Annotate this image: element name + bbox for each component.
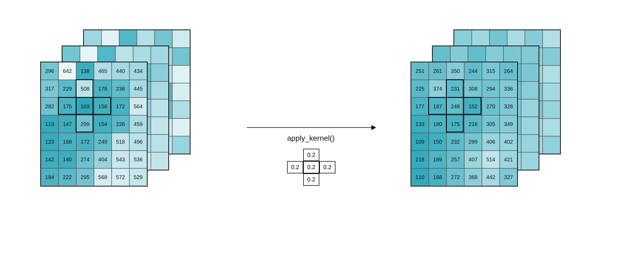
grid-cell: 328 [500,98,517,115]
grid-cell: 274 [76,151,94,168]
grid-cell: 421 [500,151,517,168]
grid-cell: 189 [429,151,447,168]
apply-arrow [247,127,376,128]
grid-cell [521,135,539,152]
grid-cell [151,117,169,135]
grid-cell: 109 [411,133,429,151]
grid-cell: 168 [429,168,447,186]
grid-cell: 222 [58,168,76,186]
grid-cell [472,30,489,48]
grid-cell [454,30,472,48]
right-stack: 2512613502443152642253742313082943361771… [411,29,572,204]
grid-cell: 152 [464,98,482,115]
grid-cell: 118 [411,151,429,168]
grid-cell: 133 [411,115,429,133]
grid-cell: 518 [112,133,129,151]
grid-cell [450,46,468,64]
grid-cell: 568 [94,168,112,186]
grid-cell [525,30,543,48]
grid-cell [151,99,169,117]
grid-cell: 110 [411,168,429,186]
diagram-stage: 2966421384654404343172295081782364452821… [0,0,644,268]
grid-cell [543,101,560,118]
grid-cell: 350 [447,62,464,80]
grid-cell [543,83,560,101]
grid-cell: 229 [58,80,76,98]
grid-cell: 459 [129,115,147,133]
grid-cell [468,46,486,64]
grid-cell: 272 [447,168,464,186]
grid-cell: 251 [411,62,429,80]
grid-cell: 264 [500,62,517,80]
grid-cell: 113 [41,115,58,133]
grid-cell [151,81,169,99]
grid-cell [98,46,115,64]
grid-cell [80,46,98,64]
grid-cell: 172 [112,98,129,115]
grid-cell: 140 [58,151,76,168]
grid-cell [151,152,169,170]
grid-cell: 496 [129,133,147,151]
grid-cell [151,135,169,152]
grid-cell: 327 [500,168,517,186]
grid-cell [172,136,190,154]
grid-cell: 317 [41,80,58,98]
grid-cell: 180 [429,115,447,133]
grid-cell [172,118,190,136]
grid-cell [172,101,190,118]
grid-cell: 249 [94,133,112,151]
grid-cell: 177 [411,98,429,115]
kernel-right: 0.2 [319,161,335,173]
grid-cell: 564 [129,98,147,115]
grid-cell: 147 [58,115,76,133]
grid-cell: 232 [447,133,464,151]
grid-cell: 336 [500,80,517,98]
grid-cell [151,64,169,81]
grid-cell: 315 [482,62,500,80]
grid-cell: 465 [94,62,112,80]
grid-cell [521,99,539,117]
grid-cell [155,30,172,48]
grid-cell: 349 [500,115,517,133]
grid-cell [543,48,560,65]
grid-cell [486,46,503,64]
grid-cell [172,65,190,83]
grid-cell [151,46,169,64]
grid-cell [62,46,80,64]
grid-cell: 642 [58,62,76,80]
kernel-down: 0.2 [303,173,319,186]
grid-cell: 294 [482,80,500,98]
grid-cell: 154 [94,115,112,133]
left-stack: 2966421384654404343172295081782364452821… [40,29,201,204]
grid-cell: 374 [429,80,447,98]
grid-cell [172,30,190,48]
grid-cell: 445 [129,80,147,98]
grid-cell: 103 [76,98,94,115]
grid-cell: 156 [94,98,112,115]
grid-cell [521,117,539,135]
grid-cell [172,48,190,65]
kernel-plus: 0.2 0.2 0.2 0.2 0.2 [287,149,335,189]
grid-cell [543,136,560,154]
grid-cell: 226 [112,115,129,133]
grid-cell: 175 [58,98,76,115]
grid-cell [115,46,133,64]
grid-cell [521,64,539,81]
grid-cell: 231 [447,80,464,98]
grid-cell: 434 [129,62,147,80]
grid-cell: 257 [447,151,464,168]
right-grid-front: 2512613502443152642253742313082943361771… [411,62,518,187]
grid-cell: 168 [58,133,76,151]
grid-cell [84,30,101,48]
grid-cell: 543 [112,151,129,168]
grid-cell: 305 [482,115,500,133]
grid-cell [521,46,539,64]
grid-cell: 236 [112,80,129,98]
grid-cell: 172 [76,133,94,151]
grid-cell: 138 [76,62,94,80]
kernel-up: 0.2 [303,149,319,161]
operation-label: apply_kernel() [287,134,335,143]
grid-cell: 150 [429,133,447,151]
grid-cell: 142 [41,151,58,168]
grid-cell: 175 [447,115,464,133]
